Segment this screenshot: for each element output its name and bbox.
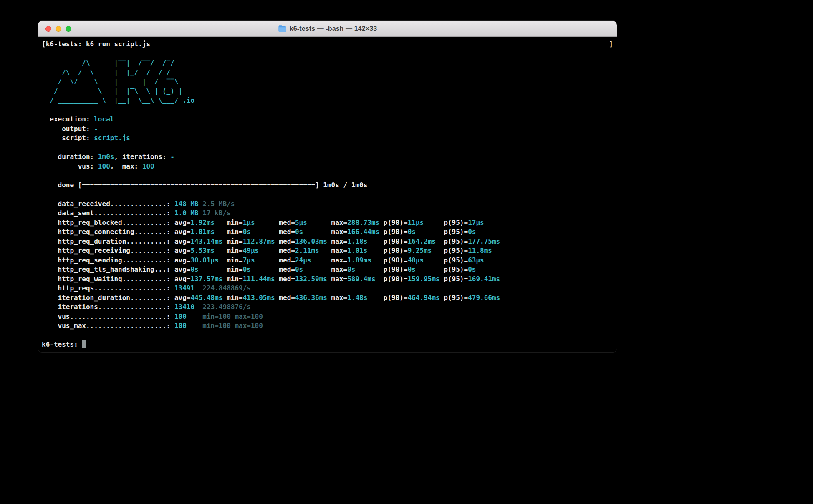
terminal-text-segment: 1m0s (98, 153, 114, 161)
terminal-text-segment: p(90)= (384, 237, 408, 245)
terminal-text-segment: 224.848869/s (202, 284, 251, 292)
terminal-text-segment: p(95)= (444, 265, 468, 273)
terminal-text-segment: min= (227, 247, 243, 255)
terminal-text-segment: p(95)= (444, 237, 468, 245)
terminal-text-segment: 0s (408, 265, 444, 273)
terminal-text-segment: , max: (110, 162, 142, 170)
terminal-text-segment: 223.498876/s (202, 303, 251, 311)
terminal-text-segment: 288.73ms (347, 219, 384, 227)
terminal-text-segment: p(90)= (384, 275, 408, 283)
terminal-output[interactable]: [k6-tests: k6 run script.js] /\ |‾‾| /‾‾… (38, 37, 617, 352)
terminal-text-segment: min= (227, 228, 243, 236)
folder-icon (278, 25, 287, 32)
terminal-text-segment: 2.11ms (295, 247, 331, 255)
terminal-line: [k6-tests: k6 run script.js] (42, 40, 613, 49)
terminal-text-segment: avg= (174, 237, 191, 245)
terminal-text-segment: max= (331, 294, 348, 302)
terminal-text-segment: max= (331, 228, 348, 236)
terminal-text-segment: p(95)= (444, 247, 468, 255)
minimize-button[interactable] (56, 26, 61, 32)
terminal-line: http_reqs..................: 13491 224.8… (42, 284, 613, 293)
terminal-text-segment: http_reqs..................: (42, 284, 174, 292)
close-button[interactable] (45, 26, 51, 32)
traffic-light-group (45, 21, 71, 36)
terminal-text-segment: avg= (174, 219, 191, 227)
terminal-text-segment: local (94, 115, 114, 123)
terminal-line: http_req_receiving.........: avg=5.53ms … (42, 246, 613, 256)
terminal-text-segment: 589.4ms (347, 275, 384, 283)
terminal-text-segment: max= (331, 237, 348, 245)
terminal-text-segment: iteration_duration.........: (42, 294, 174, 302)
terminal-text-segment: /\ / \ | |_/ / / / (42, 68, 187, 76)
terminal-text-segment: script.js (94, 134, 130, 142)
terminal-text-segment: med= (279, 237, 295, 245)
terminal-text-segment: 13491 (174, 284, 202, 292)
zoom-button[interactable] (66, 26, 71, 32)
terminal-line: /\ |‾‾| /‾‾/ /‾/ (42, 58, 613, 68)
terminal-line (42, 106, 613, 115)
terminal-text-segment: script: (42, 134, 94, 142)
terminal-text-segment: 17 kB/s (202, 209, 230, 217)
terminal-line: output: - (42, 124, 613, 134)
terminal-text-segment: k6-tests: (42, 340, 82, 348)
terminal-text-segment: 17µs (468, 219, 484, 227)
terminal-line: /\ / \ | |_/ / / / (42, 68, 613, 78)
terminal-text-segment: ] (609, 40, 613, 48)
terminal-text-segment: 100 (174, 322, 202, 330)
terminal-text-segment: avg= (174, 228, 191, 236)
terminal-text-segment: 0s (347, 265, 384, 273)
terminal-text-segment: avg= (174, 294, 191, 302)
terminal-line: http_req_connecting........: avg=1.01ms … (42, 227, 613, 237)
terminal-text-segment: 1.01ms (190, 228, 227, 236)
terminal-line: / \ | |‾\ \ | (_) | (42, 87, 613, 96)
terminal-text-segment: 9.25ms (408, 247, 444, 255)
terminal-line (42, 190, 613, 199)
terminal-text-segment: p(90)= (384, 294, 408, 302)
terminal-text-segment: iterations.................: (42, 303, 174, 311)
terminal-text-segment: avg= (174, 265, 191, 273)
terminal-text-segment: 48µs (408, 256, 444, 264)
terminal-text-segment: p(90)= (384, 265, 408, 273)
terminal-text-segment: avg= (174, 275, 191, 283)
terminal-line (42, 49, 613, 59)
terminal-text-segment: 479.66ms (468, 294, 500, 302)
terminal-text-segment: min=100 max=100 (202, 312, 263, 320)
terminal-text-segment: 111.44ms (243, 275, 279, 283)
terminal-text-segment: p(95)= (444, 256, 468, 264)
terminal-text-segment: 7µs (243, 256, 279, 264)
terminal-text-segment: execution: (42, 115, 94, 123)
terminal-line: iterations.................: 13410 223.4… (42, 302, 613, 312)
terminal-window: k6-tests — -bash — 142×33 [k6-tests: k6 … (38, 21, 617, 352)
terminal-line: http_req_duration..........: avg=143.14m… (42, 237, 613, 247)
terminal-text-segment: 112.87ms (243, 237, 279, 245)
terminal-text-segment: 49µs (243, 247, 279, 255)
terminal-line: data_received..............: 148 MB 2.5 … (42, 199, 613, 209)
terminal-text-segment: 143.14ms (190, 237, 227, 245)
terminal-text-segment: data_sent..................: (42, 209, 174, 217)
terminal-text-segment: 136.03ms (295, 237, 331, 245)
window-titlebar[interactable]: k6-tests — -bash — 142×33 (38, 21, 617, 37)
terminal-line: vus........................: 100 min=100… (42, 312, 613, 322)
terminal-text-segment: p(90)= (384, 219, 408, 227)
terminal-line (42, 331, 613, 340)
terminal-text-segment: 137.57ms (190, 275, 227, 283)
terminal-text-segment: 445.48ms (190, 294, 227, 302)
terminal-text-segment: http_req_tls_handshaking...: (42, 265, 174, 273)
terminal-line (42, 143, 613, 153)
terminal-line (42, 171, 613, 181)
terminal-text-segment: 164.2ms (408, 237, 444, 245)
terminal-text-segment: min= (227, 265, 243, 273)
terminal-text-segment: 13410 (174, 303, 202, 311)
terminal-line: script: script.js (42, 134, 613, 143)
terminal-text-segment: med= (279, 265, 295, 273)
terminal-text-segment: min= (227, 256, 243, 264)
terminal-text-segment: max= (331, 275, 348, 283)
terminal-text-segment: 1µs (243, 219, 279, 227)
terminal-text-segment: 169.41ms (468, 275, 500, 283)
terminal-text-segment: min= (227, 237, 243, 245)
terminal-text-segment: http_req_blocked...........: (42, 219, 174, 227)
terminal-line: http_req_waiting...........: avg=137.57m… (42, 275, 613, 284)
terminal-text-segment: /\ |‾‾| /‾‾/ /‾/ (42, 59, 187, 67)
terminal-text-segment: - (94, 125, 98, 133)
terminal-text-segment: min= (227, 294, 243, 302)
